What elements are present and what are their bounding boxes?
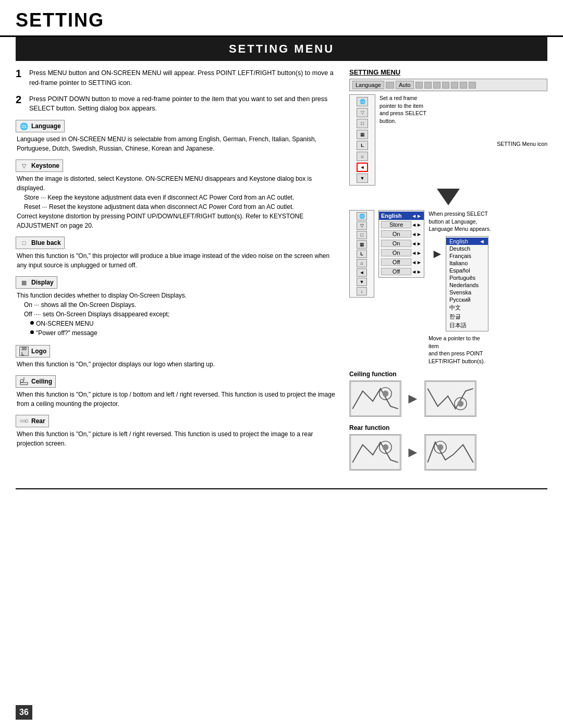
bullet-poweroff: "Power off?" message bbox=[30, 328, 339, 338]
menu-auto-item: Auto bbox=[396, 81, 414, 89]
bullet-onscreen-menu: ON-SCREEN MENU bbox=[30, 319, 339, 328]
menu-icon-3 bbox=[424, 82, 432, 89]
icon-row-4: ▦ bbox=[357, 130, 368, 139]
val-row-on3: On ◄► bbox=[379, 248, 424, 257]
step-1: 1 Press MENU button and ON-SCREEN MENU w… bbox=[16, 68, 339, 88]
diagram-area: 🌐 ▽ □ ▦ L ⌂ ◄ ▼ Set a red framepointer t… bbox=[349, 94, 547, 186]
svg-rect-5 bbox=[26, 420, 28, 423]
lang-icon-9: ↓ bbox=[357, 287, 367, 295]
thick-arrow-right-icon: ► bbox=[431, 246, 444, 261]
right-column: SETTING MENU Language Auto 🌐 ▽ □ ▦ L ⌂ bbox=[349, 61, 547, 478]
val-off1: Off bbox=[381, 258, 411, 266]
val-arrow-english: ◄► bbox=[411, 213, 422, 219]
right-diagram-title: SETTING MENU bbox=[349, 68, 547, 76]
feature-keystone: ▽ Keystone When the image is distorted, … bbox=[16, 159, 339, 230]
lang-francais: Français bbox=[446, 252, 488, 260]
val-store: Store bbox=[381, 221, 411, 228]
language-list: English ◄ Deutsch Français Italiano Espa… bbox=[446, 236, 488, 331]
lang-arrow-area: When pressing SELECTbutton at Language,L… bbox=[429, 210, 491, 365]
blue-back-header: □ Blue back bbox=[16, 237, 65, 249]
svg-point-12 bbox=[457, 401, 463, 407]
lang-nederlands: Nederlands bbox=[446, 281, 488, 289]
keystone-icon: ▽ bbox=[19, 161, 29, 170]
logo-header: 30L Logo bbox=[16, 345, 50, 357]
icon-row-3: □ bbox=[357, 119, 368, 128]
rear-after-diagram bbox=[424, 434, 476, 471]
menu-icon-4 bbox=[433, 82, 440, 89]
lang-svenska: Svenska bbox=[446, 289, 488, 296]
lang-espanol: Español bbox=[446, 267, 488, 274]
icon-row-8: ▼ bbox=[357, 174, 368, 183]
ceiling-diagrams: ► bbox=[349, 380, 547, 417]
icon-row-5: L bbox=[357, 141, 368, 150]
menu-icon-7 bbox=[460, 82, 467, 89]
val-arrow-store: ◄► bbox=[411, 222, 422, 228]
lang-english-selected: English ◄ bbox=[446, 238, 488, 245]
bullet-dot-2 bbox=[30, 330, 34, 334]
bullet-dot-1 bbox=[30, 321, 34, 325]
ceiling-before-diagram bbox=[349, 380, 401, 417]
logo-icon: 30L bbox=[19, 347, 29, 356]
svg-rect-0 bbox=[20, 382, 28, 385]
val-arrow-off1: ◄► bbox=[411, 260, 422, 265]
display-icon: ▦ bbox=[19, 278, 29, 287]
lang-english-text: English bbox=[449, 238, 468, 244]
keystone-store: Store ··· Keep the keystone adjustment d… bbox=[24, 193, 339, 202]
feature-language: 🌐 Language Language used in ON-SCREEN ME… bbox=[16, 120, 339, 153]
ceiling-arrow-icon: ► bbox=[406, 390, 420, 407]
arrow-down-area bbox=[349, 189, 547, 207]
bullet-text-1: ON-SCREEN MENU bbox=[36, 319, 94, 328]
ceiling-function-section: Ceiling function ► bbox=[349, 371, 547, 417]
val-on3: On bbox=[381, 249, 411, 256]
val-off2: Off bbox=[381, 268, 411, 275]
language-section: 🌐 ▽ □ ▦ L ⌂ ◄ ▼ ↓ English ◄► Store ◄► bbox=[349, 210, 547, 365]
rear-before-diagram bbox=[349, 434, 401, 471]
keystone-text-intro: When the image is distorted, select Keys… bbox=[17, 174, 339, 193]
menu-icon-8 bbox=[469, 82, 476, 89]
icon-row-1: 🌐 bbox=[357, 97, 368, 106]
bullet-text-2: "Power off?" message bbox=[36, 328, 97, 338]
lang-left-icons: 🌐 ▽ □ ▦ L ⌂ ◄ ▼ ↓ bbox=[349, 210, 374, 298]
svg-point-9 bbox=[383, 390, 389, 397]
rear-function-title: Rear function bbox=[349, 424, 547, 431]
svg-point-1 bbox=[20, 379, 23, 382]
val-row-english: English ◄► bbox=[379, 212, 424, 220]
logo-label: Logo bbox=[31, 348, 46, 355]
menu-icon-1 bbox=[386, 82, 394, 89]
val-arrow-on2: ◄► bbox=[411, 241, 422, 246]
rear-function-section: Rear function ► bbox=[349, 424, 547, 471]
values-panel: English ◄► Store ◄► On ◄► On ◄► On ◄► bbox=[378, 210, 424, 278]
feature-display: ▦ Display This function decides whether … bbox=[16, 276, 339, 338]
val-on2: On bbox=[381, 240, 411, 247]
ceiling-after-diagram bbox=[424, 380, 476, 417]
svg-point-15 bbox=[383, 444, 389, 450]
lang-portugues: Português bbox=[446, 274, 488, 281]
language-header: 🌐 Language bbox=[16, 120, 65, 132]
lang-arrow-menu: ► English ◄ Deutsch Français Italiano Es… bbox=[431, 236, 488, 331]
lang-italiano: Italiano bbox=[446, 260, 488, 267]
lang-korean: 한글 bbox=[446, 312, 488, 321]
lang-chinese: 中文 bbox=[446, 303, 488, 312]
val-row-off2: Off ◄► bbox=[379, 267, 424, 276]
rear-diagrams: ► bbox=[349, 434, 547, 471]
ceiling-function-title: Ceiling function bbox=[349, 371, 547, 378]
step-2-text: Press POINT DOWN button to move a red-fr… bbox=[29, 94, 339, 114]
callout-right-text: SETTING Menu icon bbox=[380, 141, 547, 147]
menu-icon-5 bbox=[442, 82, 449, 89]
lang-deutsch: Deutsch bbox=[446, 245, 488, 252]
main-content: 1 Press MENU button and ON-SCREEN MENU w… bbox=[0, 61, 563, 478]
svg-point-18 bbox=[437, 444, 443, 450]
blue-back-icon: □ bbox=[19, 238, 29, 248]
step-2: 2 Press POINT DOWN button to move a red-… bbox=[16, 94, 339, 114]
ceiling-icon bbox=[19, 377, 29, 386]
rear-arrow-icon: ► bbox=[406, 444, 420, 461]
page-title: SETTING bbox=[16, 9, 104, 31]
section-title-bar: SETTING MENU bbox=[16, 37, 547, 61]
ceiling-text: When this function is "On," picture is t… bbox=[17, 390, 339, 409]
arrow-down-icon bbox=[437, 189, 460, 205]
val-on1: On bbox=[381, 230, 411, 238]
val-arrow-on3: ◄► bbox=[411, 250, 422, 256]
keystone-header: ▽ Keystone bbox=[16, 159, 63, 172]
val-row-on1: On ◄► bbox=[379, 229, 424, 239]
ceiling-label: Ceiling bbox=[31, 378, 52, 385]
